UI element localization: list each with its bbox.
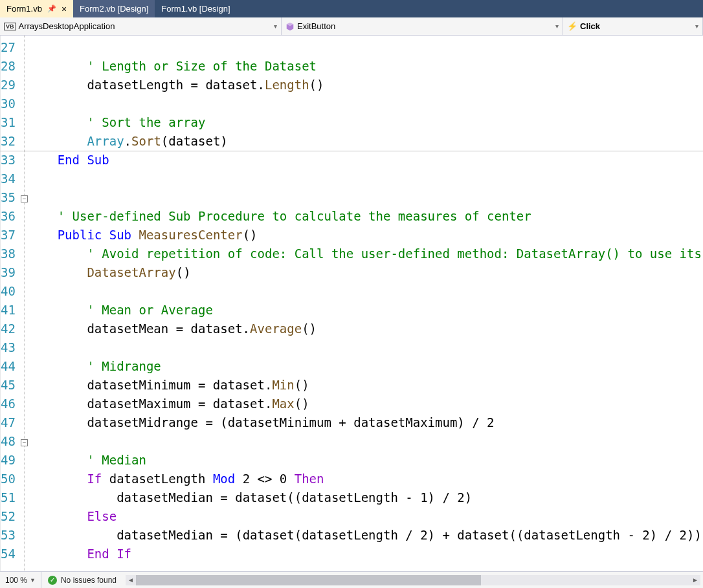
code-text: Sort <box>131 134 161 148</box>
code-text: () <box>309 78 324 92</box>
code-editor[interactable]: 2728293031323334353637383940414243444546… <box>0 36 703 571</box>
method-separator <box>0 151 703 151</box>
code-text: 2 <> 0 <box>235 472 295 486</box>
code-text: MeasuresCenter <box>131 228 243 242</box>
code-text: End Sub <box>58 153 109 167</box>
check-circle-icon: ✓ <box>48 576 57 585</box>
code-text: ' Length or Size of the Dataset <box>87 59 317 73</box>
code-text: () <box>302 321 317 336</box>
code-text: Min <box>272 378 294 392</box>
chevron-down-icon: ▾ <box>274 23 277 30</box>
code-text: Else <box>87 509 117 523</box>
code-text: ' Sort the array <box>87 115 205 129</box>
code-text: ' Median <box>87 453 146 467</box>
scope-dropdown[interactable]: VB ArraysDesktopApplication ▾ <box>0 17 282 35</box>
tab-form1-design[interactable]: Form1.vb [Design] <box>155 0 236 17</box>
status-text: No issues found <box>61 576 117 585</box>
outlining-margin[interactable]: −− <box>21 36 28 571</box>
code-text: ' Avoid repetition of code: Call the use… <box>87 246 703 261</box>
navigation-bar: VB ArraysDesktopApplication ▾ ExitButton… <box>0 17 703 36</box>
code-text: Public Sub <box>58 228 131 242</box>
event-dropdown[interactable]: ⚡ Click ▾ <box>563 17 703 35</box>
zoom-text: 100 % <box>5 576 27 585</box>
member-text: ExitButton <box>297 21 335 31</box>
code-text: () <box>243 228 258 242</box>
scroll-right-arrow[interactable]: ► <box>690 575 700 585</box>
vb-icon: VB <box>4 23 16 30</box>
code-text: Array <box>87 134 124 148</box>
fold-toggle[interactable]: − <box>21 195 28 202</box>
horizontal-scrollbar[interactable]: ◄ ► <box>123 572 703 588</box>
code-text: ' User-defined Sub Procedure to calculat… <box>58 209 531 223</box>
tab-label: Form2.vb [Design] <box>80 4 148 14</box>
code-text: Average <box>250 321 302 336</box>
code-text: Then <box>295 472 324 486</box>
tab-form2-design[interactable]: Form2.vb [Design] <box>73 0 155 17</box>
code-text: DatasetArray <box>87 265 175 279</box>
scroll-thumb[interactable] <box>136 575 481 585</box>
tab-form1-vb[interactable]: Form1.vb 📌 × <box>0 0 73 17</box>
code-text: () <box>295 397 309 411</box>
code-text: datasetMean = dataset. <box>87 321 250 336</box>
chevron-down-icon: ▾ <box>555 23 559 30</box>
code-text: datasetMedian = (dataset(datasetLength /… <box>117 528 703 542</box>
chevron-down-icon: ▼ <box>30 577 36 583</box>
code-text: Mod <box>213 472 235 486</box>
code-text: () <box>295 378 309 392</box>
code-text: ' Midrange <box>87 359 161 373</box>
method-icon <box>285 22 295 31</box>
code-text: ' Mean or Average <box>87 303 212 317</box>
event-text: Click <box>580 21 600 31</box>
code-surface[interactable]: ' Length or Size of the Dataset datasetL… <box>28 36 703 571</box>
code-text: datasetLength = dataset. <box>87 78 265 92</box>
code-text: If <box>87 472 102 486</box>
code-text: Max <box>272 397 294 411</box>
code-text: datasetMinimum = dataset. <box>87 378 272 392</box>
code-text: datasetMidrange = (datasetMinimum + data… <box>87 415 494 430</box>
code-text: Length <box>265 78 309 92</box>
fold-toggle[interactable]: − <box>21 439 28 446</box>
code-text: datasetLength <box>102 472 213 486</box>
tab-label: Form1.vb <box>6 4 42 14</box>
document-tabs: Form1.vb 📌 × Form2.vb [Design] Form1.vb … <box>0 0 703 17</box>
zoom-level[interactable]: 100 % ▼ <box>0 572 41 588</box>
code-text: (dataset) <box>161 134 228 148</box>
code-text: . <box>124 134 131 148</box>
close-icon[interactable]: × <box>61 5 67 14</box>
tab-label: Form1.vb [Design] <box>161 4 230 14</box>
code-text: datasetMedian = dataset((datasetLength -… <box>117 490 472 505</box>
line-number-gutter: 2728293031323334353637383940414243444546… <box>1 36 21 571</box>
scope-text: ArraysDesktopApplication <box>19 21 115 31</box>
pin-icon[interactable]: 📌 <box>47 5 56 13</box>
scroll-left-arrow[interactable]: ◄ <box>126 575 136 585</box>
status-bar: 100 % ▼ ✓ No issues found ◄ ► <box>0 571 703 588</box>
member-dropdown[interactable]: ExitButton ▾ <box>282 17 563 35</box>
code-text: datasetMaximum = dataset. <box>87 397 272 411</box>
code-text: () <box>176 265 191 279</box>
error-status[interactable]: ✓ No issues found <box>41 576 123 585</box>
lightning-icon: ⚡ <box>567 21 577 31</box>
chevron-down-icon: ▾ <box>695 23 698 30</box>
code-text: End If <box>87 547 131 561</box>
